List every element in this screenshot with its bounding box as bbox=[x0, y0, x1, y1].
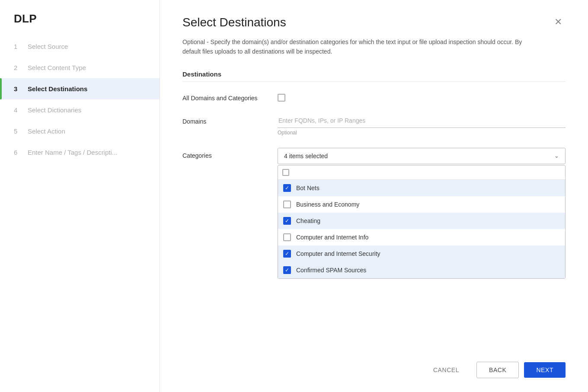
categories-dropdown-list: ✓ Bot Nets Business and Economy ✓ Cheati… bbox=[278, 165, 566, 279]
step-label-1: Select Source bbox=[28, 43, 68, 50]
category-item-computer-internet-security[interactable]: ✓ Computer and Internet Security bbox=[278, 245, 565, 262]
category-label-computer-internet-security: Computer and Internet Security bbox=[296, 250, 380, 257]
next-button[interactable]: NEXT bbox=[524, 362, 566, 378]
domains-input[interactable] bbox=[278, 114, 566, 128]
sidebar-item-select-destinations[interactable]: 3 Select Destinations bbox=[0, 78, 160, 99]
category-item-confirmed-spam-sources[interactable]: ✓ Confirmed SPAM Sources bbox=[278, 262, 565, 278]
dropdown-select-all-checkbox[interactable] bbox=[282, 169, 289, 176]
back-button[interactable]: BACK bbox=[476, 362, 519, 378]
all-domains-label: All Domains and Categories bbox=[182, 90, 278, 102]
page-title: Select Destinations bbox=[182, 16, 286, 29]
checkbox-business-economy[interactable] bbox=[283, 201, 291, 208]
step-num-1: 1 bbox=[14, 43, 22, 50]
category-item-business-economy[interactable]: Business and Economy bbox=[278, 196, 565, 213]
categories-control: 4 items selected ⌄ ✓ Bot Nets bbox=[278, 148, 566, 279]
section-label: Destinations bbox=[182, 70, 566, 82]
checkbox-bot-nets[interactable]: ✓ bbox=[283, 184, 291, 192]
step-label-3: Select Destinations bbox=[28, 85, 87, 92]
dropdown-items-list: ✓ Bot Nets Business and Economy ✓ Cheati… bbox=[278, 180, 565, 278]
category-label-confirmed-spam-sources: Confirmed SPAM Sources bbox=[296, 267, 366, 274]
sidebar-item-select-content-type[interactable]: 2 Select Content Type bbox=[0, 57, 160, 78]
step-num-3: 3 bbox=[14, 85, 22, 92]
categories-dropdown-toggle[interactable]: 4 items selected ⌄ bbox=[278, 148, 566, 164]
sidebar-item-select-dictionaries[interactable]: 4 Select Dictionaries bbox=[0, 99, 160, 121]
category-label-business-economy: Business and Economy bbox=[296, 201, 359, 208]
step-num-2: 2 bbox=[14, 64, 22, 71]
close-button[interactable]: ✕ bbox=[551, 16, 566, 29]
category-label-computer-internet-info: Computer and Internet Info bbox=[296, 234, 368, 241]
step-num-5: 5 bbox=[14, 127, 22, 135]
sidebar-item-enter-name[interactable]: 6 Enter Name / Tags / Descripti... bbox=[0, 142, 160, 163]
domains-hint: Optional bbox=[278, 130, 566, 136]
category-item-bot-nets[interactable]: ✓ Bot Nets bbox=[278, 180, 565, 196]
category-label-cheating: Cheating bbox=[296, 217, 320, 224]
checkbox-cheating[interactable]: ✓ bbox=[283, 217, 291, 225]
modal-container: DLP 1 Select Source 2 Select Content Typ… bbox=[0, 0, 588, 392]
step-label-6: Enter Name / Tags / Descripti... bbox=[28, 149, 117, 156]
checkbox-confirmed-spam-sources[interactable]: ✓ bbox=[283, 266, 291, 274]
domains-control: Optional bbox=[278, 114, 566, 136]
all-domains-checkbox[interactable] bbox=[278, 94, 285, 102]
cancel-button[interactable]: CANCEL bbox=[421, 362, 471, 378]
app-title: DLP bbox=[0, 0, 160, 36]
sidebar: DLP 1 Select Source 2 Select Content Typ… bbox=[0, 0, 160, 392]
checkbox-computer-internet-info[interactable] bbox=[283, 233, 291, 241]
categories-selected-text: 4 items selected bbox=[284, 153, 328, 159]
domains-row: Domains Optional bbox=[182, 114, 566, 136]
description-text: Optional - Specify the domain(s) and/or … bbox=[182, 37, 537, 57]
all-domains-checkbox-wrap bbox=[278, 90, 566, 102]
dropdown-search-row bbox=[278, 166, 565, 180]
domains-label: Domains bbox=[182, 114, 278, 125]
modal-header: Select Destinations ✕ bbox=[182, 16, 566, 29]
category-item-computer-internet-info[interactable]: Computer and Internet Info bbox=[278, 229, 565, 245]
main-content: Select Destinations ✕ Optional - Specify… bbox=[160, 0, 588, 392]
category-item-cheating[interactable]: ✓ Cheating bbox=[278, 213, 565, 229]
dropdown-search-input[interactable] bbox=[293, 169, 561, 175]
sidebar-item-select-action[interactable]: 5 Select Action bbox=[0, 121, 160, 142]
step-label-4: Select Dictionaries bbox=[28, 106, 81, 114]
all-domains-control bbox=[278, 90, 566, 102]
modal-footer: CANCEL BACK NEXT bbox=[182, 350, 566, 392]
step-num-6: 6 bbox=[14, 149, 22, 156]
sidebar-item-select-source[interactable]: 1 Select Source bbox=[0, 36, 160, 57]
categories-label: Categories bbox=[182, 148, 278, 159]
checkbox-computer-internet-security[interactable]: ✓ bbox=[283, 250, 291, 258]
chevron-down-icon: ⌄ bbox=[554, 153, 559, 159]
step-label-2: Select Content Type bbox=[28, 64, 86, 71]
categories-row: Categories 4 items selected ⌄ ✓ bbox=[182, 148, 566, 279]
category-label-bot-nets: Bot Nets bbox=[296, 185, 320, 191]
step-label-5: Select Action bbox=[28, 127, 65, 135]
step-num-4: 4 bbox=[14, 106, 22, 114]
all-domains-row: All Domains and Categories bbox=[182, 90, 566, 102]
